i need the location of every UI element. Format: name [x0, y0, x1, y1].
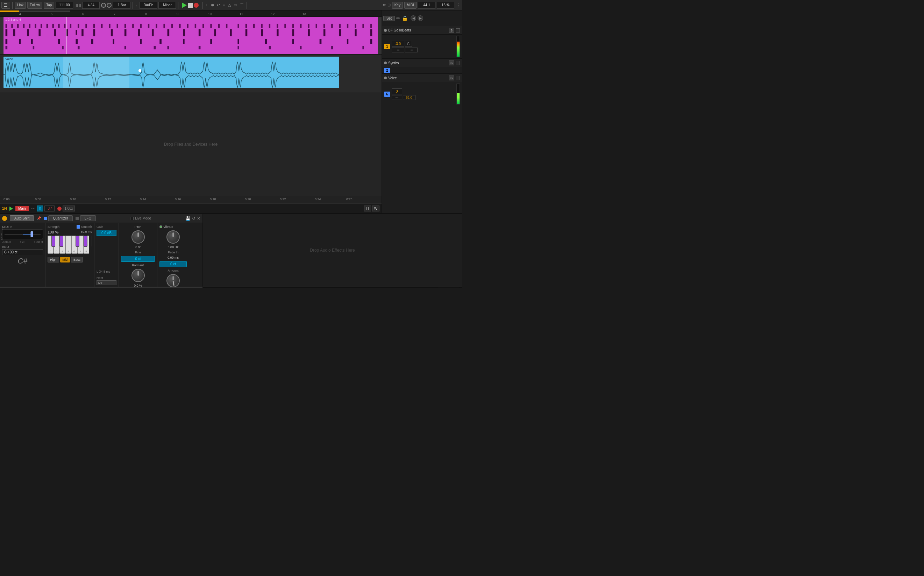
- pitch-knob[interactable]: [132, 230, 145, 243]
- link-button[interactable]: Link: [15, 2, 26, 9]
- high-btn[interactable]: High: [48, 257, 59, 262]
- lfo-tab[interactable]: LFO: [80, 215, 96, 221]
- triangle-icon[interactable]: △: [227, 3, 231, 7]
- key-root-display[interactable]: D#/Eb: [140, 2, 157, 9]
- w-button[interactable]: W: [372, 205, 379, 211]
- bottom-transport-bar: 1/4 Main 〜 0 -3.4 1 00x H W: [0, 203, 382, 213]
- auto-shift-icon[interactable]: [2, 216, 7, 221]
- voice-arm-btn[interactable]: [456, 76, 460, 80]
- set-button[interactable]: Set: [383, 16, 395, 21]
- panel-content: MIDI In -100 ct 0 ct +100 ct Input C +09…: [0, 223, 202, 287]
- play-btn-bottom[interactable]: [10, 206, 13, 211]
- synths-collapse-btn[interactable]: [384, 61, 387, 64]
- midi-slider[interactable]: [2, 229, 43, 239]
- beat-vol-display[interactable]: -3.0: [392, 41, 404, 47]
- beat-pan-display[interactable]: C: [405, 41, 412, 47]
- follow-button[interactable]: Follow: [27, 2, 42, 9]
- voice-track-number[interactable]: 6: [384, 91, 390, 97]
- vibrato-radio[interactable]: [159, 226, 162, 228]
- synths-s-btn[interactable]: S: [449, 61, 454, 66]
- time-sig-display[interactable]: 4 / 4: [82, 2, 99, 9]
- input-value[interactable]: C +09 ct: [2, 249, 43, 255]
- main-btn[interactable]: Main: [15, 206, 29, 211]
- bar-mode-display[interactable]: 1 Bar: [113, 2, 130, 9]
- h-button[interactable]: H: [364, 205, 371, 211]
- app-menu-btn[interactable]: ☰: [2, 2, 10, 9]
- prev-arrow[interactable]: ◀: [411, 15, 416, 21]
- auto-shift-tab[interactable]: Auto Shift: [10, 215, 34, 221]
- beat-track-number[interactable]: 1: [384, 44, 390, 49]
- slider-thumb[interactable]: [30, 231, 33, 237]
- synths-track-header: Synths S 2: [382, 59, 462, 74]
- voice-collapse-btn[interactable]: [384, 77, 387, 79]
- svg-rect-76: [371, 29, 372, 36]
- status-waveform-display[interactable]: [438, 288, 459, 288]
- svg-rect-13: [85, 24, 87, 28]
- key-dsharp[interactable]: [59, 235, 63, 247]
- fade-in-unit[interactable]: 0 ct: [159, 261, 187, 267]
- bpm-display[interactable]: 111.00: [56, 2, 73, 9]
- loop-dot[interactable]: [101, 3, 106, 8]
- fine-value[interactable]: 0 ct: [121, 256, 155, 262]
- circle-icon[interactable]: ○: [222, 3, 226, 7]
- panel-save-icon[interactable]: 💾: [185, 216, 191, 221]
- pencil-icon[interactable]: ✏: [383, 3, 386, 7]
- svg-rect-58: [93, 29, 95, 36]
- vibrato-knob[interactable]: [167, 230, 180, 243]
- beat-arm-btn[interactable]: [456, 28, 460, 32]
- key-csharp[interactable]: [51, 235, 55, 247]
- tap-button[interactable]: Tap: [44, 2, 54, 9]
- smooth-checkbox[interactable]: [77, 225, 80, 229]
- synths-arm-btn[interactable]: [456, 61, 460, 65]
- voice-s-btn[interactable]: S: [449, 75, 454, 80]
- synths-track-number[interactable]: 2: [384, 68, 390, 73]
- metronome-btn[interactable]: [107, 3, 112, 8]
- dots-menu-icon[interactable]: ⋮: [456, 2, 460, 8]
- dry-wet-knob[interactable]: [167, 274, 180, 287]
- cyan-display[interactable]: 0: [37, 205, 43, 211]
- curve-icon[interactable]: ⌒: [239, 2, 244, 8]
- midi-button[interactable]: MIDI: [404, 2, 417, 9]
- loop-x-btn[interactable]: 1 00x: [63, 205, 74, 211]
- quantizer-tab[interactable]: Quantizer: [48, 215, 72, 221]
- bass-btn[interactable]: Bass: [71, 257, 83, 262]
- lfo-tab-group[interactable]: LFO: [75, 215, 96, 221]
- stop-button[interactable]: [188, 3, 193, 8]
- gain-value[interactable]: 0.0 dB: [96, 230, 117, 236]
- play-button[interactable]: [182, 2, 187, 8]
- voice-clip[interactable]: Voice: [3, 57, 339, 88]
- beat-collapse-btn[interactable]: [384, 29, 387, 32]
- grid-icon[interactable]: ⊞: [388, 3, 391, 7]
- svg-rect-10: [64, 24, 66, 28]
- svg-rect-1: [11, 24, 13, 28]
- key-gsharp[interactable]: [83, 235, 87, 247]
- key-scale-display[interactable]: Minor: [159, 2, 176, 9]
- waveform-icon-bottom[interactable]: 〜: [30, 206, 36, 211]
- zoom-display[interactable]: 15 %: [437, 2, 454, 9]
- key-button[interactable]: Key: [392, 2, 403, 9]
- root-value[interactable]: D#: [96, 280, 117, 285]
- rec-dot[interactable]: [57, 206, 61, 211]
- panel-close-icon[interactable]: ✕: [197, 216, 201, 221]
- auto-shift-pin[interactable]: 📌: [37, 216, 41, 220]
- quantizer-tab-group[interactable]: Quantizer: [44, 215, 72, 221]
- pencil-set-icon[interactable]: ✏: [396, 15, 401, 21]
- add-icon[interactable]: +: [205, 2, 209, 8]
- voice-vol2-display[interactable]: 52.0: [403, 95, 415, 100]
- key-fsharp[interactable]: [75, 235, 79, 247]
- lock-set-icon[interactable]: 🔒: [402, 15, 408, 21]
- record-button[interactable]: [194, 3, 199, 8]
- formant-knob[interactable]: [132, 269, 145, 282]
- link2-icon[interactable]: ⊕: [210, 3, 215, 7]
- voice-vol-display[interactable]: 0: [392, 88, 402, 94]
- rect-icon[interactable]: ▭: [233, 3, 238, 7]
- beat-s-btn[interactable]: S: [449, 28, 454, 33]
- panel-refresh-icon[interactable]: ↺: [192, 216, 196, 221]
- rewind-icon[interactable]: ↩: [216, 3, 221, 7]
- key-asharp[interactable]: [91, 235, 92, 247]
- mid-btn[interactable]: Mid: [60, 257, 70, 262]
- next-arrow[interactable]: ▶: [417, 15, 423, 21]
- svg-rect-22: [156, 24, 157, 28]
- live-mode-checkbox[interactable]: [130, 217, 133, 220]
- beat-clip[interactable]: 1 2 3 and 4: [3, 17, 378, 54]
